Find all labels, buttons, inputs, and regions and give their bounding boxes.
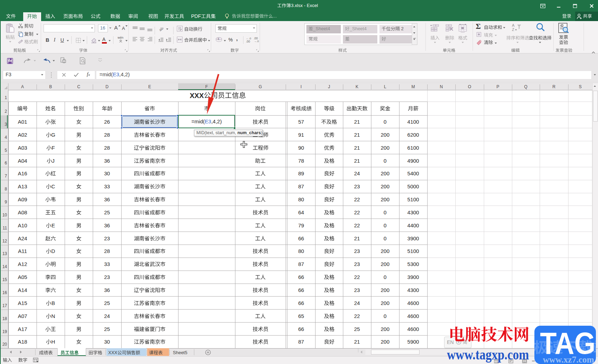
svg-text:A: A [512, 23, 515, 27]
svg-text:Z: Z [512, 27, 514, 32]
svg-text:$: $ [218, 37, 220, 40]
svg-text:ab: ab [159, 26, 164, 32]
